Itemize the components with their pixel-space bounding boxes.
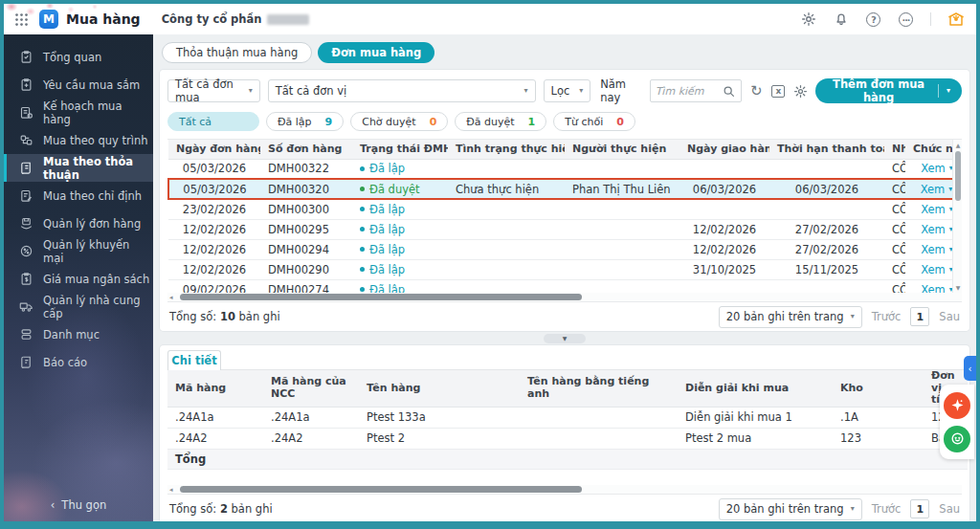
sidebar-item-quan-ly-khuyen-mai[interactable]: Quản lý khuyến mại [4,237,153,265]
help-icon[interactable]: ? [865,11,881,28]
cell-date: 12/02/2026 [168,219,260,239]
col-ngay-don-hang[interactable]: Ngày đơn hàng [168,140,260,159]
col-nguoi-thuc-hien[interactable]: Người thực hiện [565,140,679,159]
chip-cho-duyet[interactable]: Chờ duyệt 0 [350,112,448,131]
ai-assistant-button[interactable] [944,392,970,419]
vertical-scrollbar-thumb[interactable] [955,151,961,201]
sidebar-item-mua-theo-chi-dinh[interactable]: Mua theo chỉ định [4,182,153,209]
tab-don-mua-hang[interactable]: Đơn mua hàng [318,42,434,63]
sidebar-item-quan-ly-don-hang[interactable]: Quản lý đơn hàng [4,209,153,237]
chip-tat-ca[interactable]: Tất cả [167,112,259,131]
sidebar-item-gia-mua-ngan-sach[interactable]: Giá mua ngân sách [4,265,153,293]
settings-icon[interactable] [800,11,816,28]
table-row[interactable]: 12/02/2026 DMH00295 Đã lập 12/02/2026 27… [168,219,962,239]
chip-da-lap[interactable]: Đã lập 9 [266,112,344,131]
chip-label: Tất cả [179,116,212,128]
notifications-bell-icon[interactable] [833,11,849,28]
table-row[interactable]: 12/02/2026 DMH00290 Đã lập 31/10/2025 15… [168,259,962,279]
vertical-scrollbar[interactable]: ▲ ▼ [952,140,962,293]
filter-label: Lọc [551,84,570,98]
cell-payment: 06/03/2026 [769,179,884,199]
app-grid-icon[interactable] [13,11,30,28]
col-dien-giai[interactable]: Diễn giải khi mua [678,370,833,408]
status-dot [360,207,365,211]
horizontal-scrollbar[interactable]: ◂ [167,485,962,494]
order-type-select[interactable]: Tất cả đơn mua ▾ [167,79,260,102]
app-logo[interactable]: M [39,10,58,29]
sidebar-item-quan-ly-nha-cung-cap[interactable]: Quản lý nhà cung cấp [4,293,153,320]
prev-page-button[interactable]: Trước [872,310,902,323]
table-row[interactable]: 12/02/2026 DMH00294 Đã lập 12/02/2026 27… [168,239,962,259]
horizontal-scrollbar-thumb[interactable] [180,294,582,300]
col-trang-thai[interactable]: Trạng thái ĐMH [352,140,448,159]
horizontal-scrollbar[interactable]: ◂ [167,293,962,301]
sidebar-item-mua-theo-thoa-thuan[interactable]: Mua theo thỏa thuận [4,154,153,182]
sidebar-item-mua-theo-quy-trinh[interactable]: Mua theo quy trình [4,126,153,154]
col-kho[interactable]: Kho [833,370,924,408]
search-input[interactable] [656,85,719,98]
view-label: Xem [921,243,946,256]
whats-new-icon[interactable] [947,11,965,28]
floating-actions [940,385,974,459]
list-item[interactable]: .24A2 .24A2 Ptest 2 Ptest 2 mua 123 Bao [167,428,968,449]
table-settings-icon[interactable] [793,82,808,99]
next-page-button[interactable]: Sau [939,310,960,323]
scroll-left-icon[interactable]: ◂ [169,486,173,494]
tab-chi-tiet[interactable]: Chi tiết [167,350,221,370]
sidebar-collapse-button[interactable]: ‹ Thu gọn [4,489,153,521]
status-chips: Tất cả Đã lập 9 Chờ duyệt 0 Đã duyệt 1 [167,112,962,131]
horizontal-scrollbar-thumb[interactable] [180,486,582,493]
chip-da-duyet[interactable]: Đã duyệt 1 [455,112,546,131]
period-label[interactable]: Năm nay [600,77,641,104]
next-page-button[interactable]: Sau [939,502,960,516]
chevron-down-icon: ▾ [579,87,583,95]
col-ngay-giao-hang[interactable]: Ngày giao hàng [679,140,769,159]
prev-page-button[interactable]: Trước [872,502,902,516]
scroll-up-icon[interactable]: ▲ [953,142,962,148]
table-row[interactable]: 05/03/2026 DMH00322 Đã lập CÔ Xem▾ [168,159,962,179]
sidebar-item-tong-quan[interactable]: Tổng quan [4,43,153,71]
sidebar-item-bao-cao[interactable]: Báo cáo [4,348,153,376]
col-ten-hang[interactable]: Tên hàng [359,370,520,408]
total-value: 10 [220,310,235,323]
more-options-icon[interactable]: ··· [898,11,914,28]
search-icon[interactable] [723,84,736,98]
sidebar-item-yeu-cau-mua-sam[interactable]: Yêu cầu mua sắm [4,71,153,99]
company-name[interactable]: Công ty cổ phần [162,12,310,26]
side-drawer-toggle[interactable]: ‹ [964,356,976,381]
chip-tu-choi[interactable]: Từ chối 0 [553,112,635,131]
page-size-select[interactable]: 20 bản ghi trên trang ▾ [719,306,862,328]
col-nha-cung-cap[interactable]: Nh [884,140,905,159]
status-dot [360,287,365,292]
page-size-select[interactable]: 20 bản ghi trên trang ▾ [719,498,862,520]
scroll-down-icon[interactable]: ▼ [953,284,962,291]
splitter-toggle-button[interactable]: ▼ [544,334,586,343]
sidebar-item-danh-muc[interactable]: Danh mục [4,320,153,348]
col-tinh-trang[interactable]: Tình trạng thực hiện [448,140,565,159]
table-row-selected[interactable]: 05/03/2026 DMH00320 Đã duyệt Chưa thực h… [168,179,962,199]
col-thoi-han-thanh-toan[interactable]: Thời hạn thanh toán [769,140,884,159]
col-ma-hang-ncc[interactable]: Mã hàng của NCC [263,370,359,408]
promotion-icon [19,244,33,258]
table-row[interactable]: 09/02/2026 DMH00274 Đã lập CÔ Xem▾ [168,279,962,293]
company-redacted [267,14,309,25]
tab-thoa-thuan-mua-hang[interactable]: Thỏa thuận mua hàng [162,42,312,63]
sidebar-item-ke-hoach-mua-hang[interactable]: Kế hoạch mua hàng [4,99,153,126]
current-page-box[interactable]: 1 [910,499,929,518]
col-ma-hang[interactable]: Mã hàng [167,370,263,408]
unit-select[interactable]: Tất cả đơn vị ▾ [268,79,536,102]
total-row: Tổng [167,449,968,469]
table-row[interactable]: 23/02/2026 DMH00300 Đã lập CÔ Xem▾ [168,199,962,219]
scroll-left-icon[interactable]: ◂ [169,294,173,301]
current-page-box[interactable]: 1 [910,307,929,326]
refresh-icon[interactable]: ↻ [749,82,764,99]
col-so-don-hang[interactable]: Số đơn hàng [260,140,352,159]
filter-button[interactable]: Lọc ▾ [544,79,591,102]
cell-date: 05/03/2026 [168,159,260,179]
orders-panel: Tất cả đơn mua ▾ Tất cả đơn vị ▾ Lọc ▾ N… [160,70,969,331]
support-chat-button[interactable] [944,426,970,452]
list-item[interactable]: .24A1a .24A1a Ptest 133a Diễn giải khi m… [167,407,968,428]
export-excel-icon[interactable]: x [771,82,786,99]
add-order-button[interactable]: Thêm đơn mua hàng ▾ [815,78,962,103]
col-ten-hang-tieng-anh[interactable]: Tên hàng bằng tiếng anh [520,370,678,408]
